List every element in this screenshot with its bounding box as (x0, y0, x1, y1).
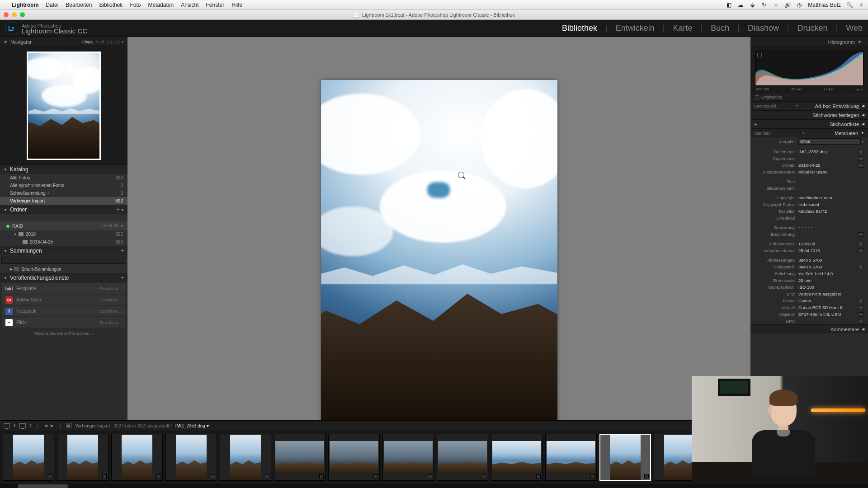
catalog-header[interactable]: ▼Katalog (0, 165, 127, 174)
wifi-icon[interactable]: ⌁ (773, 2, 779, 8)
publish-service[interactable]: fFacebookEinrichten… (2, 306, 126, 316)
nav-fwd-icon[interactable]: ▶ (49, 423, 55, 428)
filmstrip-thumb[interactable] (328, 434, 380, 481)
tab-diashow[interactable]: Diashow (748, 23, 779, 33)
nav-back-icon[interactable]: ◀ (43, 423, 48, 428)
plus-icon[interactable]: + (121, 248, 124, 254)
tab-drucken[interactable]: Drucken (797, 23, 828, 33)
original-photo-row[interactable]: Originalfoto (750, 93, 868, 101)
catalog-item[interactable]: Alle Fotos322 (0, 174, 127, 182)
main-photo[interactable] (321, 80, 557, 432)
filmstrip-thumb[interactable] (3, 434, 54, 481)
adhoc-header[interactable]: Benutzerdef.▾ Ad-hoc-Entwicklung◀ (750, 101, 868, 110)
catalog-item[interactable]: Vorheriger Import322 (0, 197, 127, 205)
menu-icon[interactable]: ≡ (858, 2, 864, 8)
folder-2018[interactable]: ▼ 2018 322 (0, 230, 127, 238)
tab-entwickeln[interactable]: Entwickeln (616, 23, 655, 33)
preset-select[interactable] (798, 138, 861, 145)
action-icon[interactable] (858, 163, 863, 168)
collections-header[interactable]: ▼Sammlungen+ (0, 246, 127, 255)
action-icon[interactable] (858, 312, 863, 317)
clip-shadow-icon[interactable] (757, 53, 762, 57)
keyword-list-header[interactable]: + Stichwortliste◀ (750, 119, 868, 128)
action-icon[interactable] (858, 242, 863, 246)
clip-highlight-icon[interactable] (857, 53, 861, 57)
filmstrip-thumb[interactable] (274, 434, 326, 481)
filmstrip-thumb[interactable] (165, 434, 217, 481)
menu-fenster[interactable]: Fenster (203, 2, 228, 8)
menu-metadaten[interactable]: Metadaten (144, 2, 177, 8)
action-icon[interactable] (858, 249, 863, 253)
copystat-value[interactable]: Unbekannt (798, 202, 863, 207)
chevron-down-icon[interactable]: ▾ (122, 40, 124, 44)
menu-ansicht[interactable]: Ansicht (177, 2, 202, 8)
menu-datei[interactable]: Datei (42, 2, 62, 8)
filmstrip-thumb[interactable] (599, 434, 651, 481)
sync-icon[interactable]: ↻ (761, 2, 767, 8)
chevron-down-icon[interactable]: ▼ (120, 224, 124, 228)
filmstrip-thumb[interactable] (111, 434, 163, 481)
copyright-value[interactable]: matthiasbutz.com (798, 195, 863, 200)
publish-service[interactable]: StAdobe StockEinrichten… (2, 295, 126, 305)
plus-icon[interactable]: + (754, 122, 757, 127)
filmstrip-thumb[interactable] (220, 434, 271, 481)
metadata-header[interactable]: Standard▾ Metadaten▼ (750, 128, 868, 137)
publish-service[interactable]: ••FlickrEinrichten… (2, 317, 126, 328)
collections-filter-input[interactable] (1, 257, 126, 264)
grid-icon[interactable]: ▦ (66, 423, 71, 428)
monitor1-icon[interactable] (4, 423, 10, 428)
publish-service[interactable]: hddFestplatteEinrichten… (2, 283, 126, 294)
volume-row[interactable]: RAID 1,6 / 8 TB ▼ (0, 221, 127, 230)
scroll-thumb[interactable] (18, 484, 68, 488)
filmstrip-thumb[interactable] (491, 434, 542, 481)
cloud-icon[interactable]: ☁ (737, 2, 744, 8)
filmstrip-thumb[interactable] (57, 434, 108, 481)
filmstrip-source[interactable]: Vorheriger Import (75, 423, 110, 428)
tab-karte[interactable]: Karte (673, 23, 692, 33)
photo-canvas[interactable] (127, 37, 750, 475)
filmstrip-thumb[interactable] (545, 434, 597, 481)
filmstrip-scrollbar[interactable] (0, 484, 868, 488)
histogram[interactable] (755, 51, 863, 86)
action-icon[interactable] (858, 299, 863, 303)
plus-icon[interactable]: + ▾ (117, 206, 124, 213)
navigator-header[interactable]: ▼ Navigator Einpa. Ausf. 1:1 3:1 ▾ (0, 37, 127, 47)
clock-icon[interactable]: ◷ (796, 2, 802, 8)
action-icon[interactable] (858, 232, 863, 237)
menu-app[interactable]: Lightroom (8, 2, 42, 8)
filmstrip-thumb[interactable] (437, 434, 488, 481)
action-icon[interactable] (858, 305, 863, 310)
volume-icon[interactable]: 🔊 (784, 2, 791, 8)
menubar-user[interactable]: Matthias Butz (808, 2, 841, 8)
tab-buch[interactable]: Buch (711, 23, 729, 33)
comments-header[interactable]: Kommentare◀ (750, 324, 868, 333)
menu-bibliothek[interactable]: Bibliothek (95, 2, 126, 8)
dropbox-icon[interactable]: ⬙ (749, 2, 755, 8)
creator-value[interactable]: Matthias BUTZ (798, 209, 863, 214)
catalog-item[interactable]: Schnellsammlung +0 (0, 189, 127, 197)
action-icon[interactable] (858, 150, 863, 154)
smart-collections[interactable]: ▶ Smart-Sammlungen (0, 265, 127, 273)
menu-foto[interactable]: Foto (126, 2, 144, 8)
filmstrip-filename[interactable]: IMG_2353.dng ▾ (175, 423, 209, 428)
catalog-item[interactable]: Alle synchronisierten Fotos0 (0, 182, 127, 189)
tab-web[interactable]: Web (846, 23, 863, 33)
filmstrip-thumb[interactable] (382, 434, 434, 481)
plus-icon[interactable]: + (121, 275, 124, 281)
folders-header[interactable]: ▼Ordner+ ▾ (0, 205, 127, 214)
checkbox-icon[interactable] (755, 95, 759, 99)
window-controls[interactable] (4, 12, 25, 17)
action-icon[interactable] (858, 265, 863, 269)
menu-hilfe[interactable]: Hilfe (228, 2, 246, 8)
navigator-preview[interactable] (0, 47, 127, 164)
monitor2-icon[interactable] (19, 423, 26, 428)
histogram-header[interactable]: Histogramm▼ (750, 37, 868, 47)
action-icon[interactable] (858, 156, 863, 161)
status-icon[interactable]: ◧ (726, 2, 732, 8)
tab-bibliothek[interactable]: Bibliothek (562, 23, 597, 33)
find-more-services[interactable]: Weitere Dienste online suchen… (0, 328, 127, 338)
search-icon[interactable]: 🔍 (846, 2, 853, 8)
menu-bearbeiten[interactable]: Bearbeiten (62, 2, 95, 8)
keywords-header[interactable]: Stichwörter festlegen◀ (750, 110, 868, 119)
folder-2018-04-25[interactable]: 2018-04-25 322 (0, 238, 127, 246)
